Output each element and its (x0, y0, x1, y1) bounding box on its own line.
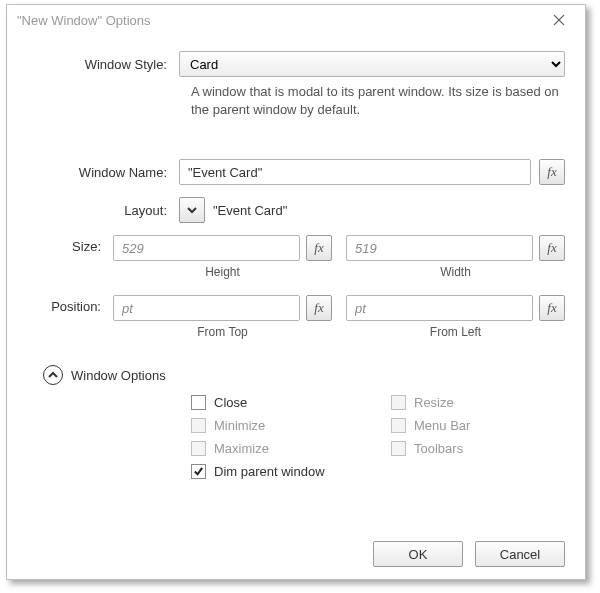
fx-button-from-left[interactable]: fx (539, 295, 565, 321)
position-from-top-label: From Top (197, 325, 247, 339)
fx-button-window-name[interactable]: fx (539, 159, 565, 185)
cancel-button[interactable]: Cancel (475, 541, 565, 567)
chevron-down-icon (187, 205, 197, 215)
fx-button-height[interactable]: fx (306, 235, 332, 261)
label-layout: Layout: (27, 203, 179, 218)
checkbox-dim-parent-label: Dim parent window (214, 464, 325, 479)
chevron-up-icon (48, 370, 58, 380)
titlebar: "New Window" Options (7, 5, 585, 35)
window-options-grid: Close Resize Minimize Menu Bar Maximize … (191, 395, 565, 479)
checkbox-dim-parent[interactable]: Dim parent window (191, 464, 571, 479)
position-from-top-input[interactable] (113, 295, 300, 321)
label-window-name: Window Name: (27, 165, 179, 180)
size-width-label: Width (440, 265, 471, 279)
window-options-disclose[interactable] (43, 365, 63, 385)
checkbox-menu-bar: Menu Bar (391, 418, 571, 433)
checkbox-close-label: Close (214, 395, 247, 410)
size-height-input[interactable] (113, 235, 300, 261)
dialog-footer: OK Cancel (373, 541, 565, 567)
dialog-title: "New Window" Options (17, 13, 151, 28)
close-button[interactable] (539, 6, 579, 34)
checkbox-minimize-label: Minimize (214, 418, 265, 433)
close-icon (553, 14, 565, 26)
checkbox-toolbars: Toolbars (391, 441, 571, 456)
ok-button[interactable]: OK (373, 541, 463, 567)
checkbox-menu-bar-label: Menu Bar (414, 418, 470, 433)
size-height-label: Height (205, 265, 240, 279)
checkbox-minimize: Minimize (191, 418, 391, 433)
position-from-left-label: From Left (430, 325, 481, 339)
fx-button-width[interactable]: fx (539, 235, 565, 261)
checkbox-maximize-label: Maximize (214, 441, 269, 456)
checkbox-toolbars-label: Toolbars (414, 441, 463, 456)
window-style-dropdown[interactable]: Card (179, 51, 565, 77)
label-position: Position: (27, 295, 113, 314)
checkbox-resize-label: Resize (414, 395, 454, 410)
window-style-description: A window that is modal to its parent win… (191, 83, 565, 119)
label-size: Size: (27, 235, 113, 254)
checkbox-maximize: Maximize (191, 441, 391, 456)
checkbox-close[interactable]: Close (191, 395, 391, 410)
dialog-window: "New Window" Options Window Style: Card … (6, 4, 586, 580)
dialog-content: Window Style: Card A window that is moda… (7, 35, 585, 491)
layout-picker-button[interactable] (179, 197, 205, 223)
window-options-heading: Window Options (71, 368, 166, 383)
checkbox-resize: Resize (391, 395, 571, 410)
label-window-style: Window Style: (27, 57, 179, 72)
fx-button-from-top[interactable]: fx (306, 295, 332, 321)
position-from-left-input[interactable] (346, 295, 533, 321)
layout-value: "Event Card" (213, 203, 287, 218)
window-name-input[interactable] (179, 159, 531, 185)
size-width-input[interactable] (346, 235, 533, 261)
